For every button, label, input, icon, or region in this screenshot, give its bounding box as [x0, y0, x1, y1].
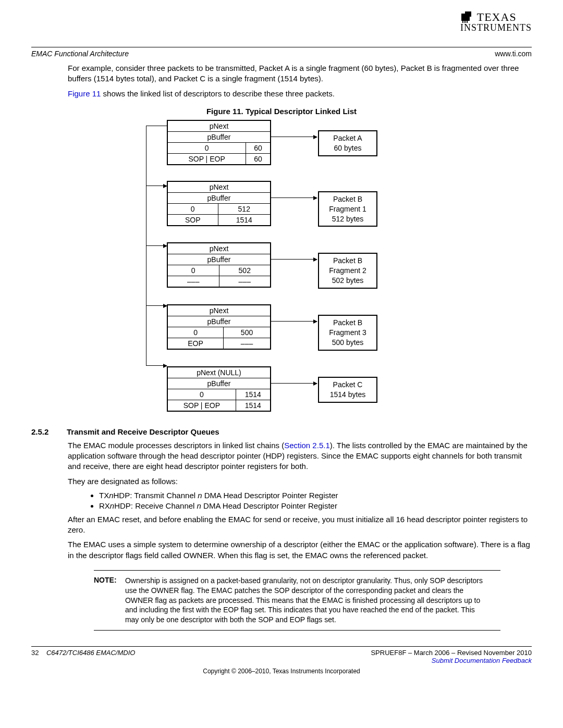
buffer-arrow — [271, 383, 317, 384]
intro-paragraph-2: Figure 11 shows the linked list of descr… — [68, 89, 532, 99]
section-para-3: After an EMAC reset, and before enabling… — [68, 514, 532, 536]
offset-cell: 0 — [167, 389, 236, 400]
pbuffer-cell: pBuffer — [167, 316, 271, 327]
page-number: 32 — [31, 649, 39, 657]
buffer-arrow — [271, 259, 317, 260]
pktlen-cell: 1514 — [218, 214, 271, 226]
flags-cell: SOP — [167, 214, 218, 226]
pnext-line — [146, 186, 167, 186]
length-cell: 60 — [246, 142, 271, 153]
packet-box: Packet BFragment 2502 bytes — [318, 253, 377, 289]
packet-box: Packet A60 bytes — [318, 130, 377, 156]
pnext-line — [146, 126, 167, 126]
pnext-cell: pNext — [167, 181, 271, 193]
descriptor-block: pNextpBuffer0512SOP1514Packet BFragment … — [136, 181, 427, 227]
section-para-1: The EMAC module processes descriptors in… — [68, 440, 532, 472]
flags-cell: ––– — [167, 276, 219, 288]
doc-id: SPRUEF8F – March 2006 – Revised November… — [371, 649, 532, 657]
pnext-line — [146, 126, 146, 186]
pktlen-cell: 1514 — [236, 400, 271, 411]
note-block: NOTE: Ownership is assigned on a packet-… — [94, 570, 500, 631]
pnext-cell: pNext — [167, 120, 271, 132]
buffer-arrow — [271, 198, 317, 198]
section-para-4: The EMAC uses a simple system to determi… — [68, 539, 532, 561]
intro-paragraph-1: For example, consider three packets to b… — [68, 63, 532, 84]
pnext-cell: pNext — [167, 243, 271, 254]
packet-box: Packet C1514 bytes — [318, 377, 377, 403]
pbuffer-cell: pBuffer — [167, 378, 271, 389]
descriptor-block: pNextpBuffer0500EOP–––Packet BFragment 3… — [136, 304, 427, 351]
note-label: NOTE: — [94, 576, 123, 584]
svg-rect-1 — [465, 11, 471, 17]
pktlen-cell: ––– — [219, 276, 271, 288]
flags-cell: SOP | EOP — [167, 153, 246, 165]
list-item: RXnHDP: Receive Channel n DMA Head Descr… — [99, 501, 532, 510]
offset-cell: 0 — [167, 265, 219, 276]
length-cell: 1514 — [236, 389, 271, 400]
pnext-cell: pNext — [167, 305, 271, 316]
packet-box: Packet BFragment 1512 bytes — [318, 191, 377, 227]
pnext-cell: pNext (NULL) — [167, 367, 271, 378]
descriptor-table: pNextpBuffer0502–––––– — [167, 242, 271, 288]
offset-cell: 0 — [167, 203, 218, 214]
pktlen-cell: 60 — [246, 153, 271, 165]
length-cell: 512 — [218, 203, 271, 214]
length-cell: 500 — [224, 327, 271, 338]
pbuffer-cell: pBuffer — [167, 192, 271, 203]
buffer-arrow — [271, 137, 317, 137]
ti-logo: TEXAS INSTRUMENTS — [460, 10, 532, 33]
offset-cell: 0 — [167, 142, 246, 153]
section-title: Transmit and Receive Descriptor Queues — [67, 427, 219, 436]
pktlen-cell: ––– — [224, 338, 271, 350]
descriptor-table: pNextpBuffer060SOP | EOP60 — [167, 120, 271, 165]
offset-cell: 0 — [167, 327, 224, 338]
list-item: TXnHDP: Transmit Channel n DMA Head Desc… — [99, 491, 532, 500]
feedback-link[interactable]: Submit Documentation Feedback — [371, 657, 532, 664]
length-cell: 502 — [219, 265, 271, 276]
descriptor-block: pNextpBuffer060SOP | EOP60Packet A60 byt… — [136, 120, 427, 165]
logo-text-top: TEXAS — [477, 10, 517, 23]
header-url: www.ti.com — [495, 50, 532, 58]
pnext-line — [146, 186, 146, 245]
section-heading: 2.5.2Transmit and Receive Descriptor Que… — [31, 427, 532, 436]
descriptor-table: pNext (NULL)pBuffer01514SOP | EOP1514 — [167, 366, 271, 412]
pbuffer-cell: pBuffer — [167, 131, 271, 142]
descriptor-block: pNext (NULL)pBuffer01514SOP | EOP1514Pac… — [136, 366, 427, 412]
section-link[interactable]: Section 2.5.1 — [284, 441, 330, 450]
descriptor-table: pNextpBuffer0500EOP––– — [167, 304, 271, 350]
buffer-arrow — [271, 321, 317, 322]
pnext-line — [146, 245, 146, 305]
figure-11-link[interactable]: Figure 11 — [68, 89, 101, 98]
flags-cell: SOP | EOP — [167, 400, 236, 411]
note-body: Ownership is assigned on a packet-based … — [125, 576, 490, 625]
doc-title: C6472/TCI6486 EMAC/MDIO — [46, 649, 136, 657]
pbuffer-cell: pBuffer — [167, 254, 271, 265]
descriptor-table: pNextpBuffer0512SOP1514 — [167, 181, 271, 226]
figure-caption: Figure 11. Typical Descriptor Linked Lis… — [31, 107, 532, 116]
section-number: 2.5.2 — [31, 427, 67, 436]
section-para-2: They are designated as follows: — [68, 476, 532, 487]
register-list: TXnHDP: Transmit Channel n DMA Head Desc… — [78, 491, 532, 510]
pnext-line — [146, 305, 167, 306]
copyright: Copyright © 2006–2010, Texas Instruments… — [31, 668, 532, 675]
packet-box: Packet BFragment 3500 bytes — [318, 315, 377, 351]
descriptor-block: pNextpBuffer0502––––––Packet BFragment 2… — [136, 242, 427, 289]
logo-text-bottom: INSTRUMENTS — [460, 22, 532, 33]
header-section-title: EMAC Functional Architecture — [31, 50, 129, 58]
pnext-arrow — [146, 365, 167, 366]
pnext-line — [146, 305, 146, 365]
flags-cell: EOP — [167, 338, 224, 350]
pnext-line — [146, 245, 167, 246]
descriptor-diagram: pNextpBuffer060SOP | EOP60Packet A60 byt… — [136, 120, 427, 412]
